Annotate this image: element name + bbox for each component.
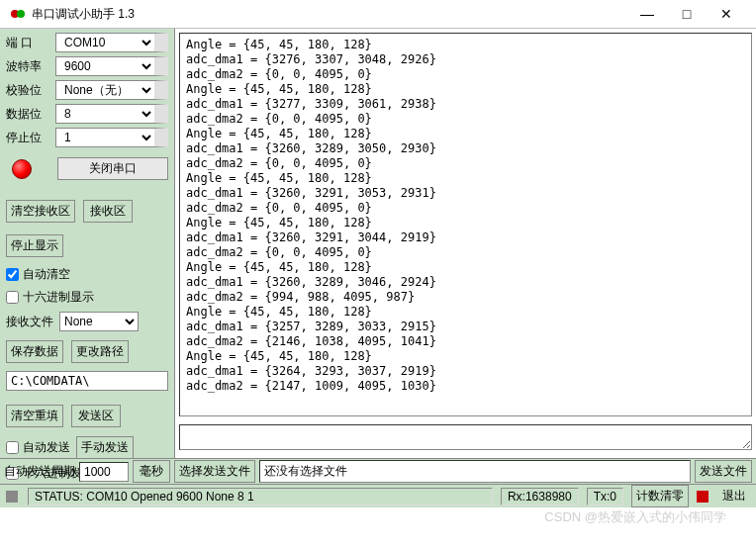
file-path-display: 还没有选择文件 [259, 460, 691, 483]
auto-send-label: 自动发送 [23, 439, 70, 456]
watermark: CSDN @热爱嵌入式的小伟同学 [544, 508, 726, 526]
main-area: 端 口COM10 波特率9600 校验位None（无） 数据位8 停止位1 关闭… [0, 28, 756, 458]
clear-tx-button[interactable]: 清空重填 [6, 405, 63, 427]
close-port-button[interactable]: 关闭串口 [57, 157, 168, 180]
parity-label: 校验位 [6, 82, 55, 99]
titlebar: 串口调试小助手 1.3 — □ ✕ [0, 0, 756, 28]
hex-display-label: 十六进制显示 [23, 289, 94, 306]
minimize-button[interactable]: — [627, 6, 667, 22]
ms-label: 毫秒 [133, 460, 170, 483]
app-icon [10, 6, 26, 22]
send-file-button[interactable]: 发送文件 [695, 460, 752, 483]
save-data-button[interactable]: 保存数据 [6, 340, 63, 363]
svg-rect-2 [6, 491, 18, 503]
stopbits-select[interactable]: 1 [55, 128, 168, 147]
exit-icon [697, 491, 709, 503]
clear-rx-button[interactable]: 清空接收区 [6, 200, 75, 223]
change-path-button[interactable]: 更改路径 [71, 340, 129, 363]
port-select[interactable]: COM10 [55, 33, 168, 52]
period-label: 自动发送周期 [4, 463, 75, 480]
right-panel: Angle = {45, 45, 180, 128} adc_dma1 = {3… [175, 29, 756, 458]
tx-count: Tx:0 [587, 488, 623, 505]
window-title: 串口调试小助手 1.3 [32, 6, 627, 23]
databits-select[interactable]: 8 [55, 104, 168, 124]
exit-button[interactable]: 退出 [718, 486, 750, 506]
tx-section [175, 420, 756, 458]
databits-label: 数据位 [6, 106, 55, 123]
port-label: 端 口 [6, 35, 55, 51]
status-text: STATUS: COM10 Opened 9600 None 8 1 [28, 488, 493, 505]
bottom-bar: 自动发送周期 毫秒 选择发送文件 还没有选择文件 发送文件 [0, 458, 756, 484]
parity-select[interactable]: None（无） [55, 80, 168, 100]
stop-display-button[interactable]: 停止显示 [6, 234, 63, 257]
status-bar: STATUS: COM10 Opened 9600 None 8 1 Rx:16… [0, 484, 756, 507]
baud-label: 波特率 [6, 58, 55, 75]
maximize-button[interactable]: □ [667, 6, 707, 22]
left-panel: 端 口COM10 波特率9600 校验位None（无） 数据位8 停止位1 关闭… [0, 29, 175, 458]
rx-file-select[interactable]: None [59, 312, 139, 331]
status-icon [6, 491, 18, 503]
tx-area-label: 发送区 [71, 405, 121, 427]
period-input[interactable] [79, 462, 129, 482]
auto-clear-label: 自动清空 [23, 266, 70, 283]
count-clear-button[interactable]: 计数清零 [631, 485, 689, 507]
manual-send-button[interactable]: 手动发送 [76, 436, 134, 459]
stopbits-label: 停止位 [6, 130, 55, 146]
select-file-button[interactable]: 选择发送文件 [174, 460, 255, 483]
svg-point-1 [17, 10, 25, 18]
rx-textarea[interactable]: Angle = {45, 45, 180, 128} adc_dma1 = {3… [179, 33, 752, 416]
auto-send-checkbox[interactable] [6, 441, 19, 454]
hex-display-checkbox[interactable] [6, 291, 19, 304]
status-led-icon [12, 159, 32, 179]
auto-clear-checkbox[interactable] [6, 268, 19, 281]
baud-select[interactable]: 9600 [55, 56, 168, 76]
tx-textarea[interactable] [179, 424, 752, 450]
svg-rect-3 [697, 491, 709, 503]
rx-count: Rx:1638980 [501, 488, 579, 505]
close-button[interactable]: ✕ [707, 6, 746, 22]
rx-area-label: 接收区 [83, 200, 133, 223]
rx-file-label: 接收文件 [6, 314, 53, 330]
path-display: C:\COMDATA\ [6, 371, 168, 391]
